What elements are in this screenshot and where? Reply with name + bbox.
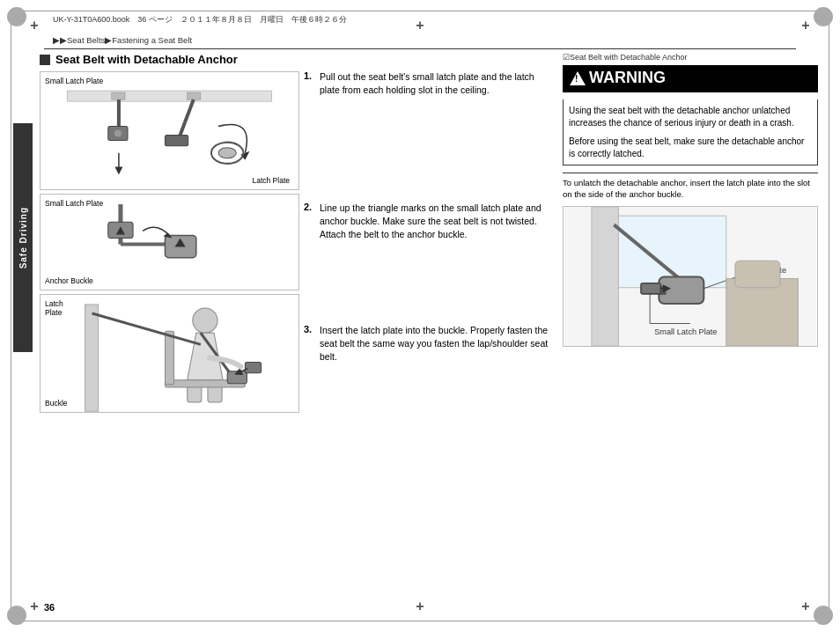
- rp-breadcrumb: ☑Seat Belt with Detachable Anchor: [563, 53, 818, 62]
- svg-rect-0: [67, 91, 271, 101]
- section-header-box: [40, 55, 50, 65]
- svg-rect-2: [188, 92, 201, 99]
- breadcrumb: ▶▶Seat Belts▶Fastening a Seat Belt: [53, 35, 192, 45]
- rp-breadcrumb-text: ☑Seat Belt with Detachable Anchor: [563, 53, 688, 62]
- corner-decoration-br: [814, 606, 833, 625]
- step-1-number: 1.: [304, 70, 318, 81]
- svg-text:Small Latch Plate: Small Latch Plate: [654, 327, 717, 335]
- side-tab-label: Safe Driving: [18, 207, 28, 268]
- page-number: 36: [44, 602, 55, 613]
- small-illus-svg: Latch Plate Small Latch Plate: [564, 207, 817, 346]
- crosshair-tl: [26, 18, 42, 33]
- label-buckle: Buckle: [45, 399, 68, 408]
- top-rule: [44, 48, 796, 49]
- warning-text-1: Using the seat belt with the detachable …: [569, 105, 812, 129]
- step-2-text: Line up the triangle marks on the small …: [320, 202, 550, 240]
- steps-column: 1. Pull out the seat belt's small latch …: [304, 70, 550, 378]
- unlatch-note: To unlatch the detachable anchor, insert…: [563, 173, 818, 201]
- left-column: Seat Belt with Detachable Anchor Small L…: [40, 53, 299, 416]
- svg-point-6: [114, 129, 122, 136]
- svg-rect-1: [112, 92, 125, 99]
- label-latch-plate-1: Latch Plate: [252, 176, 290, 185]
- illus-3-svg: [41, 295, 298, 412]
- warning-triangle-icon: [570, 71, 586, 85]
- illustration-3: LatchPlate: [40, 294, 299, 413]
- step-3-number: 3.: [304, 324, 318, 334]
- breadcrumb-text: ▶▶Seat Belts▶Fastening a Seat Belt: [53, 35, 192, 45]
- step-1-text: Pull out the seat belt's small latch pla…: [320, 70, 550, 96]
- svg-rect-25: [227, 371, 247, 384]
- illustration-2: Small Latch Plate Anchor Buckle: [40, 194, 299, 290]
- warning-title-text: WARNING: [589, 69, 666, 87]
- section-header: Seat Belt with Detachable Anchor: [40, 53, 299, 66]
- corner-decoration-tl: [7, 7, 26, 26]
- warning-text: Using the seat belt with the detachable …: [563, 99, 818, 165]
- main-content: Seat Belt with Detachable Anchor Small L…: [40, 53, 818, 592]
- svg-line-4: [179, 99, 194, 139]
- svg-rect-23: [165, 331, 173, 385]
- crosshair-br: [798, 599, 814, 614]
- step-1: 1. Pull out the seat belt's small latch …: [304, 70, 550, 96]
- svg-point-19: [193, 308, 217, 333]
- svg-rect-28: [85, 305, 99, 411]
- file-info-text: UK-Y-31T0A600.book 36 ページ ２０１１年８月８日 月曜日 …: [53, 14, 347, 26]
- crosshair-bl: [26, 599, 42, 614]
- step-3: 3. Insert the latch plate into the buckl…: [304, 324, 550, 363]
- corner-decoration-tr: [814, 7, 833, 26]
- label-anchor-buckle: Anchor Buckle: [45, 276, 93, 285]
- svg-rect-43: [726, 278, 799, 345]
- warning-text-2: Before using the seat belt, make sure th…: [569, 136, 812, 159]
- unlatch-note-text: To unlatch the detachable anchor, insert…: [563, 178, 810, 199]
- svg-rect-26: [245, 363, 261, 373]
- warning-title: WARNING: [570, 69, 811, 87]
- right-panel: ☑Seat Belt with Detachable Anchor WARNIN…: [563, 53, 818, 347]
- side-tab: Safe Driving: [13, 123, 33, 352]
- svg-line-29: [92, 313, 201, 344]
- section-title: Seat Belt with Detachable Anchor: [55, 53, 238, 66]
- illus-2-svg: [41, 195, 298, 290]
- svg-rect-36: [641, 283, 660, 293]
- small-illustration: Latch Plate Small Latch Plate: [563, 206, 818, 347]
- crosshair-bc: [412, 599, 428, 614]
- step-2: 2. Line up the triangle marks on the sma…: [304, 202, 550, 240]
- corner-decoration-bl: [7, 606, 26, 625]
- step-2-number: 2.: [304, 202, 318, 212]
- crosshair-tr: [798, 18, 814, 33]
- warning-box: WARNING: [563, 65, 818, 92]
- svg-point-11: [218, 148, 236, 158]
- illustration-1: Small Latch Plate: [40, 71, 299, 190]
- svg-rect-44: [735, 261, 780, 288]
- file-info-bar: UK-Y-31T0A600.book 36 ページ ２０１１年８月８日 月曜日 …: [53, 14, 787, 26]
- svg-rect-7: [165, 136, 188, 146]
- step-3-text: Insert the latch plate into the buckle. …: [320, 324, 550, 363]
- illus-1-svg: [41, 72, 298, 189]
- svg-rect-31: [592, 207, 619, 346]
